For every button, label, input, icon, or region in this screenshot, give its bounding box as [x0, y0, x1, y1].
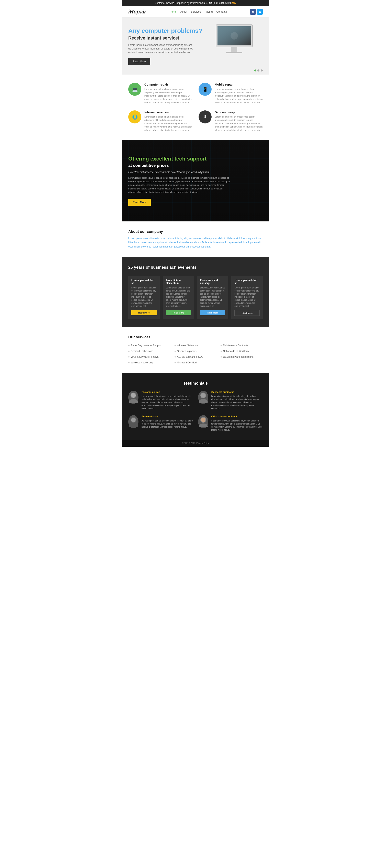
- hero-content: Any computer problems? Receive instant s…: [128, 27, 263, 65]
- list-item: Wireless Networking: [128, 361, 170, 365]
- list-item: Microsoft Certified: [174, 361, 217, 365]
- nav-contacts[interactable]: Contacts: [217, 10, 227, 13]
- twitter-button[interactable]: t: [257, 9, 263, 15]
- testimonial-body-1: Lorem ipsum dolor sit amet conse ctetur …: [141, 395, 193, 410]
- achievements-section: 25 years of business achievements Lorem …: [122, 257, 269, 327]
- bullet-icon: [128, 362, 130, 363]
- service-list-label: Nationwide IT Workforce: [223, 350, 250, 352]
- dot-1[interactable]: [254, 69, 256, 71]
- service-list-label: Wireless Networking: [177, 344, 199, 347]
- computer-repair-icon: [128, 83, 141, 96]
- avatar-svg-1: [128, 392, 138, 403]
- topbar-phone: (800) 2345-6789: [213, 2, 231, 4]
- about-section: About our company Lorem ipsum dolor sit …: [122, 221, 269, 257]
- facebook-button[interactable]: f: [250, 9, 256, 15]
- laptop-icon: [132, 86, 138, 92]
- hero-body: Lorem ipsum dolor sit amet conse ctetur …: [128, 43, 193, 54]
- achievement-cta-3[interactable]: Read More: [200, 310, 225, 315]
- testimonial-name-2: Occaecat cupidatat: [211, 391, 263, 394]
- tech-subtitle: Excepteur sint occaecat praesent justo d…: [128, 170, 230, 174]
- computer-repair-body: Lorem ipsum dolor sit amet conse ctetur …: [144, 87, 192, 104]
- svg-point-8: [131, 393, 136, 398]
- twitter-icon: t: [259, 10, 261, 13]
- dot-2[interactable]: [257, 69, 259, 71]
- social-icons: f t: [250, 9, 263, 15]
- avatar-svg-3: [128, 416, 138, 427]
- header: iRepair Home About Services Pricing Cont…: [122, 6, 269, 18]
- list-item: OEM Hardware Installations: [221, 355, 263, 359]
- bullet-icon: [221, 345, 222, 346]
- hero-dots: [254, 69, 263, 71]
- achievement-cta-2[interactable]: Read More: [166, 310, 191, 315]
- achievement-card-4: Lorem ipsum dolor sit Lorem ipsum dolor …: [231, 276, 263, 319]
- service-list-label: Maintenance Contracts: [223, 344, 248, 347]
- list-item: AD, MS Exchange, SQL: [174, 355, 217, 359]
- tech-content: Offering excellent tech support at compe…: [128, 156, 230, 206]
- data-recovery-text: Data recovery Lorem ipsum dolor sit amet…: [215, 111, 263, 132]
- topbar-text: Customer Service Supported by Profession…: [155, 2, 205, 4]
- mobile-repair-icon: [199, 83, 211, 96]
- service-mobile-repair: Mobile repair Lorem ipsum dolor sit amet…: [199, 83, 263, 104]
- facebook-icon: f: [252, 10, 254, 13]
- about-heading: About our company: [128, 229, 263, 234]
- mobile-repair-text: Mobile repair Lorem ipsum dolor sit amet…: [215, 83, 263, 104]
- nav-pricing[interactable]: Pricing: [205, 10, 213, 13]
- svg-point-16: [199, 424, 208, 427]
- our-services-section: Our services Same Day In-Home Support Wi…: [122, 327, 269, 373]
- testimonial-3: Praesent curae Adipiscing elit, sed do e…: [128, 415, 193, 431]
- nav-home[interactable]: Home: [169, 10, 176, 13]
- computer-repair-title: Computer repair: [144, 83, 192, 86]
- service-list-label: AD, MS Exchange, SQL: [177, 355, 203, 358]
- tech-cta-button[interactable]: Read More: [128, 198, 151, 206]
- bullet-icon: [174, 345, 176, 346]
- service-list-label: Microsoft Certified: [177, 361, 197, 364]
- achievement-cta-4[interactable]: Read More: [234, 310, 260, 316]
- services-list: Same Day In-Home Support Wireless Networ…: [128, 343, 263, 365]
- testimonial-text-3: Praesent curae Adipiscing elit, sed do e…: [141, 415, 193, 431]
- bullet-icon: [174, 350, 176, 352]
- dot-3[interactable]: [261, 69, 263, 71]
- our-services-heading: Our services: [128, 335, 263, 339]
- svg-point-13: [129, 424, 138, 427]
- service-internet: Internet services Lorem ipsum dolor sit …: [128, 111, 192, 132]
- achievements-heading: 25 years of business achievements: [128, 265, 263, 270]
- tech-heading: Offering excellent tech support: [128, 156, 230, 162]
- testimonials-grid: Faciamus curae Lorem ipsum dolor sit ame…: [128, 391, 263, 431]
- footer-copyright: ©2016 © 2016. Privacy Policy: [128, 442, 263, 444]
- testimonial-body-4: Sit amet conse ctetur adipiscing elit, s…: [211, 419, 263, 431]
- bullet-icon: [174, 356, 176, 358]
- internet-icon: [128, 111, 141, 123]
- service-data-recovery: Data recovery Lorem ipsum dolor sit amet…: [199, 111, 263, 132]
- topbar-availability: 24/7: [232, 2, 236, 4]
- svg-point-7: [129, 399, 138, 403]
- service-list-label: Wireless Networking: [131, 361, 153, 364]
- list-item: Virus & Spyware Removal: [128, 355, 170, 359]
- internet-text: Internet services Lorem ipsum dolor sit …: [144, 111, 192, 132]
- achievement-cta-1[interactable]: Read More: [131, 310, 157, 315]
- bullet-icon: [128, 345, 130, 346]
- list-item: Same Day In-Home Support: [128, 343, 170, 347]
- data-recovery-icon: [199, 111, 211, 123]
- achievements-grid: Lorem ipsum dolor sit Lorem ipsum dolor …: [128, 276, 263, 319]
- avatar-4: [198, 415, 208, 428]
- svg-point-11: [201, 393, 205, 398]
- bullet-icon: [128, 350, 130, 352]
- hero-cta-button[interactable]: Read More: [128, 58, 150, 65]
- tech-subheading: at competitive prices: [128, 163, 230, 168]
- avatar-3: [128, 415, 138, 428]
- service-computer-repair: Computer repair Lorem ipsum dolor sit am…: [128, 83, 192, 104]
- nav-services[interactable]: Services: [191, 10, 201, 13]
- nav-about[interactable]: About: [180, 10, 187, 13]
- testimonial-name-3: Praesent curae: [141, 415, 193, 418]
- internet-body: Lorem ipsum dolor sit amet conse ctetur …: [144, 115, 192, 132]
- achievement-title-1: Lorem ipsum dolor sit: [131, 279, 157, 285]
- achievement-body-3: Lorem ipsum dolor sit amet conse ctetur …: [200, 286, 225, 308]
- achievement-body-4: Lorem ipsum dolor sit amet conse ctetur …: [234, 286, 260, 308]
- testimonial-name-1: Faciamus curae: [141, 391, 193, 394]
- testimonial-2: Occaecat cupidatat Dolor sit amet conse …: [198, 391, 263, 410]
- data-recovery-body: Lorem ipsum dolor sit amet conse ctetur …: [215, 115, 263, 132]
- mobile-repair-title: Mobile repair: [215, 83, 263, 86]
- achievement-card-1: Lorem ipsum dolor sit Lorem ipsum dolor …: [128, 276, 160, 319]
- list-item: On-site Engineers: [174, 349, 217, 353]
- bullet-icon: [221, 350, 222, 352]
